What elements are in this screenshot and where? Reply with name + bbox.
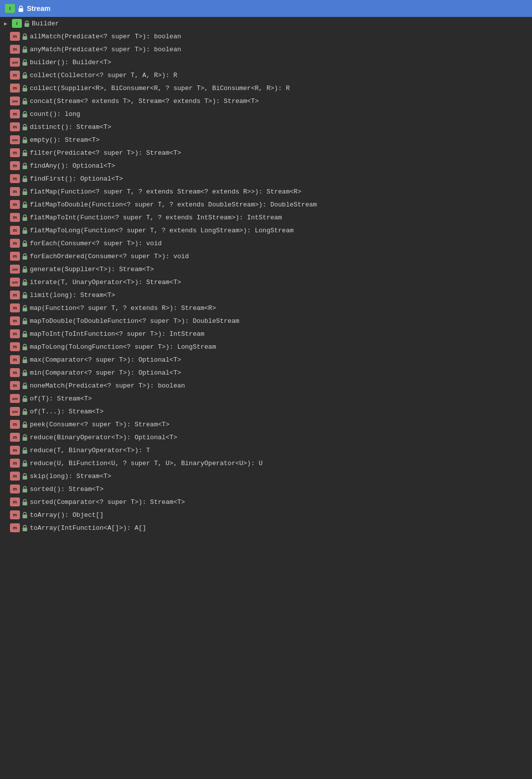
svg-rect-0 [18, 8, 23, 11]
method-signature: flatMapToInt(Function<? super T, ? exten… [30, 214, 282, 221]
lock-icon [22, 305, 28, 311]
list-item[interactable]: m min(Comparator<? super T>): Optional<T… [0, 366, 532, 379]
list-item[interactable]: m reduce(BinaryOperator<T>): Optional<T> [0, 431, 532, 444]
lock-icon [22, 240, 28, 247]
list-item[interactable]: m flatMapToDouble(Function<? super T, ? … [0, 198, 532, 211]
list-item[interactable]: sm of(T...): Stream<T> [0, 405, 532, 418]
lock-icon [22, 370, 28, 376]
static-method-icon: sm [10, 265, 20, 274]
svg-rect-14 [22, 191, 27, 195]
list-item[interactable]: m anyMatch(Predicate<? super T>): boolea… [0, 43, 532, 56]
list-item[interactable]: sm builder(): Builder<T> [0, 56, 532, 69]
method-signature: collect(Supplier<R>, BiConsumer<R, ? sup… [30, 85, 290, 92]
lock-icon [22, 292, 28, 298]
list-item[interactable]: m sorted(): Stream<T> [0, 483, 532, 495]
builder-item[interactable]: ▶ I Builder [0, 17, 532, 30]
list-item[interactable]: m mapToInt(ToIntFunction<? super T>): In… [0, 327, 532, 340]
instance-method-icon: m [10, 122, 20, 131]
svg-rect-9 [22, 126, 27, 130]
static-method-icon: sm [10, 407, 20, 416]
list-item[interactable]: m map(Function<? super T, ? extends R>):… [0, 301, 532, 314]
svg-rect-38 [22, 501, 27, 505]
lock-icon [22, 201, 28, 208]
svg-rect-29 [22, 385, 27, 389]
instance-method-icon: m [10, 510, 20, 519]
list-item[interactable]: m collect(Collector<? super T, A, R>): R [0, 69, 532, 82]
header-lock-icon [18, 5, 24, 12]
svg-rect-7 [22, 100, 27, 104]
instance-method-icon: m [10, 148, 20, 157]
method-signature: of(T): Stream<T> [30, 395, 92, 402]
list-item[interactable]: m collect(Supplier<R>, BiConsumer<R, ? s… [0, 82, 532, 95]
lock-icon [22, 395, 28, 402]
list-item[interactable]: m toArray(IntFunction<A[]>): A[] [0, 521, 532, 534]
panel-header: I Stream [0, 0, 532, 17]
list-item[interactable]: m reduce(U, BiFunction<U, ? super T, U>,… [0, 457, 532, 470]
lock-icon [22, 512, 28, 518]
method-signature: flatMap(Function<? super T, ? extends St… [30, 188, 301, 195]
list-item[interactable]: m findFirst(): Optional<T> [0, 172, 532, 185]
list-item[interactable]: m mapToLong(ToLongFunction<? super T>): … [0, 340, 532, 353]
list-item[interactable]: m forEachOrdered(Consumer<? super T>): v… [0, 250, 532, 263]
instance-method-icon: m [10, 226, 20, 235]
instance-method-icon: m [10, 485, 20, 493]
method-signature: findAny(): Optional<T> [30, 162, 115, 170]
list-item[interactable]: m mapToDouble(ToDoubleFunction<? super T… [0, 314, 532, 327]
lock-icon [22, 357, 28, 363]
instance-method-icon: m [10, 446, 20, 455]
svg-rect-3 [22, 49, 27, 52]
list-item[interactable]: m max(Comparator<? super T>): Optional<T… [0, 353, 532, 366]
method-signature: iterate(T, UnaryOperator<T>): Stream<T> [30, 279, 181, 286]
svg-rect-19 [22, 256, 27, 259]
method-signature: noneMatch(Predicate<? super T>): boolean [30, 382, 185, 390]
list-item[interactable]: m distinct(): Stream<T> [0, 120, 532, 133]
static-method-icon: sm [10, 278, 20, 287]
list-item[interactable]: m flatMapToInt(Function<? super T, ? ext… [0, 211, 532, 224]
list-item[interactable]: m forEach(Consumer<? super T>): void [0, 237, 532, 250]
svg-rect-10 [22, 139, 27, 143]
list-item[interactable]: m flatMapToLong(Function<? super T, ? ex… [0, 224, 532, 237]
method-signature: toArray(IntFunction<A[]>): A[] [30, 524, 146, 532]
list-item[interactable]: m findAny(): Optional<T> [0, 159, 532, 172]
lock-icon [22, 227, 28, 234]
svg-rect-8 [22, 113, 27, 117]
list-item[interactable]: sm of(T): Stream<T> [0, 392, 532, 405]
svg-rect-39 [22, 514, 27, 518]
method-signature: mapToDouble(ToDoubleFunction<? super T>)… [30, 317, 239, 325]
svg-rect-18 [22, 243, 27, 246]
list-item[interactable]: m sorted(Comparator<? super T>): Stream<… [0, 495, 532, 508]
method-signature: empty(): Stream<T> [30, 136, 99, 144]
method-signature: mapToLong(ToLongFunction<? super T>): Lo… [30, 343, 216, 351]
method-signature: sorted(Comparator<? super T>): Stream<T> [30, 498, 185, 506]
instance-method-icon: m [10, 109, 20, 118]
svg-rect-5 [22, 75, 27, 78]
list-item[interactable]: m skip(long): Stream<T> [0, 470, 532, 483]
method-signature: reduce(T, BinaryOperator<T>): T [30, 447, 150, 454]
svg-rect-21 [22, 282, 27, 285]
instance-method-icon: m [10, 316, 20, 325]
svg-rect-40 [22, 527, 27, 531]
list-item[interactable]: sm generate(Supplier<T>): Stream<T> [0, 263, 532, 276]
svg-rect-35 [22, 463, 27, 466]
builder-label: Builder [32, 20, 59, 27]
method-signature: allMatch(Predicate<? super T>): boolean [30, 33, 181, 40]
list-item[interactable]: sm concat(Stream<? extends T>, Stream<? … [0, 95, 532, 107]
list-item[interactable]: sm empty(): Stream<T> [0, 133, 532, 146]
method-signature: skip(long): Stream<T> [30, 473, 111, 480]
lock-icon [22, 499, 28, 505]
list-item[interactable]: m limit(long): Stream<T> [0, 289, 532, 301]
list-item[interactable]: sm iterate(T, UnaryOperator<T>): Stream<… [0, 276, 532, 289]
tree-panel: I Stream ▶ I Builder m allMatch(Predicat… [0, 0, 532, 534]
list-item[interactable]: m reduce(T, BinaryOperator<T>): T [0, 444, 532, 457]
list-item[interactable]: m count(): long [0, 107, 532, 120]
list-item[interactable]: m peek(Consumer<? super T>): Stream<T> [0, 418, 532, 431]
list-item[interactable]: m allMatch(Predicate<? super T>): boolea… [0, 30, 532, 43]
list-item[interactable]: m filter(Predicate<? super T>): Stream<T… [0, 146, 532, 159]
list-item[interactable]: m noneMatch(Predicate<? super T>): boole… [0, 379, 532, 392]
lock-icon [22, 72, 28, 79]
list-item[interactable]: m flatMap(Function<? super T, ? extends … [0, 185, 532, 198]
expand-icon[interactable]: ▶ [4, 20, 10, 27]
list-item[interactable]: m toArray(): Object[] [0, 508, 532, 521]
svg-rect-2 [22, 36, 27, 39]
instance-method-icon: m [10, 291, 20, 299]
